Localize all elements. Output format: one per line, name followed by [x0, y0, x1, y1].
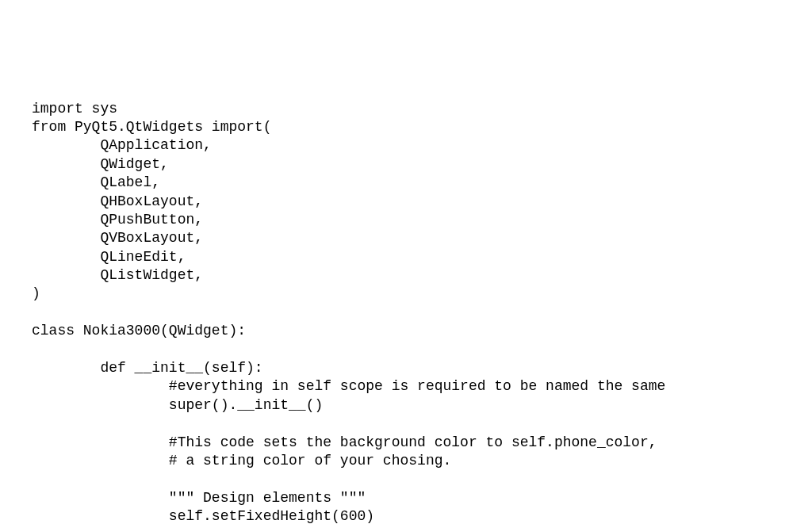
code-line: QVBoxLayout,: [32, 230, 203, 246]
code-line: QWidget,: [32, 156, 169, 172]
code-line: QListWidget,: [32, 267, 203, 283]
code-line: QPushButton,: [32, 212, 203, 228]
code-line: """ Design elements """: [32, 490, 366, 506]
code-line: #everything in self scope is required to…: [32, 378, 665, 394]
code-line: QApplication,: [32, 137, 212, 153]
code-line: import sys: [32, 101, 117, 117]
code-line: #This code sets the background color to …: [32, 434, 657, 450]
code-line: QLabel,: [32, 174, 160, 190]
code-line: ): [32, 285, 40, 301]
code-line: super().__init__(): [32, 397, 323, 413]
code-snippet: import sys from PyQt5.QtWidgets import( …: [32, 100, 780, 524]
code-line: QHBoxLayout,: [32, 193, 203, 209]
code-line: QLineEdit,: [32, 249, 186, 265]
code-line: from PyQt5.QtWidgets import(: [32, 119, 271, 135]
code-line: self.setFixedHeight(600): [32, 508, 374, 524]
code-line: class Nokia3000(QWidget):: [32, 323, 246, 338]
code-line: # a string color of your chosing.: [32, 453, 451, 469]
code-line: def __init__(self):: [32, 360, 263, 376]
